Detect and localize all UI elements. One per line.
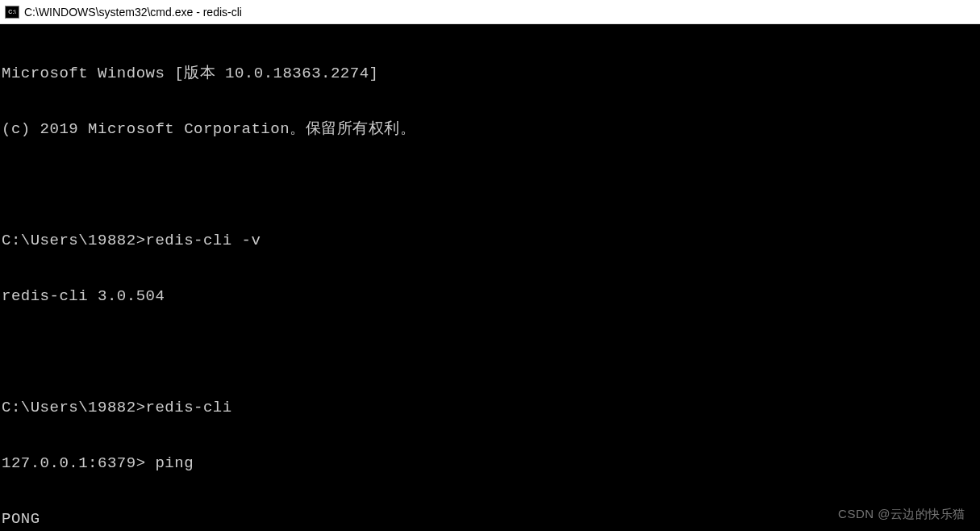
titlebar[interactable]: C:\WINDOWS\system32\cmd.exe - redis-cli bbox=[0, 0, 980, 24]
terminal-line: 127.0.0.1:6379> ping bbox=[2, 454, 978, 473]
terminal-line: C:\Users\19882>redis-cli -v bbox=[2, 232, 978, 250]
terminal-line: PONG bbox=[2, 510, 978, 529]
terminal-line: C:\Users\19882>redis-cli bbox=[2, 399, 978, 417]
cmd-window: C:\WINDOWS\system32\cmd.exe - redis-cli … bbox=[0, 0, 980, 531]
terminal-area[interactable]: Microsoft Windows [版本 10.0.18363.2274] (… bbox=[0, 24, 980, 531]
window-title: C:\WINDOWS\system32\cmd.exe - redis-cli bbox=[24, 6, 242, 19]
terminal-line bbox=[2, 343, 978, 362]
terminal-line bbox=[2, 176, 978, 194]
watermark: CSDN @云边的快乐猫 bbox=[838, 504, 965, 523]
terminal-line: (c) 2019 Microsoft Corporation。保留所有权利。 bbox=[2, 120, 978, 139]
terminal-line: Microsoft Windows [版本 10.0.18363.2274] bbox=[2, 65, 978, 83]
cmd-icon bbox=[5, 6, 19, 19]
terminal-line: redis-cli 3.0.504 bbox=[2, 287, 978, 306]
